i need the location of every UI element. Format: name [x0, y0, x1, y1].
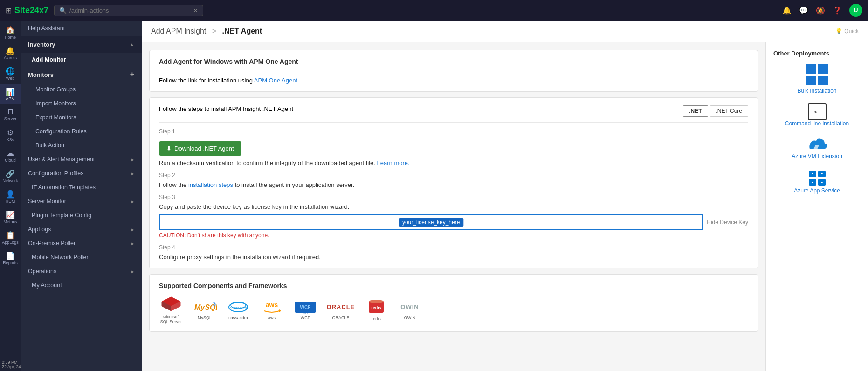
svg-rect-23	[821, 173, 823, 174]
sidebar-it-automation-templates[interactable]: IT Automation Templates	[21, 180, 142, 194]
nav-alarms[interactable]: 🔔 Alarms	[0, 43, 21, 63]
aws-svg-icon: aws	[260, 299, 284, 316]
sqlserver-svg-icon: Microsoft SQL Server	[160, 295, 182, 314]
sidebar-import-monitors[interactable]: Import Monitors	[21, 96, 142, 110]
terminal-icon: >_	[808, 103, 827, 120]
step4-text: Configure proxy settings in the installa…	[159, 254, 748, 261]
svg-rect-25	[821, 182, 823, 183]
bulk-installation-item[interactable]: Bulk Installation	[773, 64, 861, 94]
caution-text: CAUTION: Don't share this key with anyon…	[159, 232, 748, 239]
alert-icon[interactable]: 🔕	[816, 6, 825, 15]
sidebar-mobile-network-poller[interactable]: Mobile Network Poller	[21, 250, 142, 264]
sidebar-my-account[interactable]: My Account	[21, 278, 142, 292]
apm-icon: 📊	[6, 87, 15, 96]
nav-k8s[interactable]: ⚙ K8s	[0, 125, 21, 145]
alarms-icon: 🔔	[6, 46, 15, 55]
breadcrumb-current: .NET Agent	[222, 27, 262, 35]
nav-metrics[interactable]: 📈 Metrics	[0, 207, 21, 227]
sidebar-inventory-header[interactable]: Inventory ▲	[21, 36, 142, 53]
step4-label: Step 4	[159, 244, 748, 251]
avatar[interactable]: U	[849, 4, 862, 17]
main-header: Add APM Insight > .NET Agent 💡 Quick	[142, 21, 868, 42]
section1-description: Follow the link for installation using A…	[159, 77, 748, 84]
command-line-item[interactable]: >_ Command line installation	[773, 103, 861, 127]
azure-app-service-icon	[807, 169, 827, 187]
step2-label: Step 2	[159, 172, 748, 179]
applogs-icon: 📋	[6, 231, 15, 240]
sidebar-add-monitor[interactable]: Add Monitor	[21, 53, 142, 67]
home-icon: 🏠	[6, 26, 15, 34]
nav-network[interactable]: 🔗 Network	[0, 166, 21, 186]
bulb-icon: 💡	[835, 28, 842, 34]
sidebar-bulk-action[interactable]: Bulk Action	[21, 138, 142, 152]
svg-text:redis: redis	[371, 305, 381, 310]
hide-device-key-button[interactable]: Hide Device Key	[707, 219, 748, 226]
metrics-icon: 📈	[6, 210, 15, 219]
wcf-svg-icon: WCF NET	[293, 299, 317, 316]
sidebar: Help Assistant Inventory ▲ Add Monitor M…	[21, 21, 142, 371]
sidebar-user-alert-management[interactable]: User & Alert Management ▶	[21, 152, 142, 166]
svg-rect-22	[812, 173, 813, 174]
sidebar-monitors[interactable]: Monitors +	[21, 67, 142, 82]
help-icon[interactable]: ❓	[833, 6, 842, 15]
section1-title: Add Agent for Windows with APM One Agent	[159, 58, 748, 65]
license-input-wrap: your_license_key_here	[159, 214, 703, 230]
learn-more-link[interactable]: Learn more.	[377, 159, 410, 166]
svg-text:OWIN: OWIN	[400, 303, 419, 310]
svg-marker-9	[279, 309, 281, 312]
nav-web[interactable]: 🌐 Web	[0, 63, 21, 84]
nav-cloud[interactable]: ☁ Cloud	[0, 145, 21, 166]
azure-app-service-label[interactable]: Azure App Service	[794, 187, 840, 194]
logo-mysql: MySQL MySQL	[193, 299, 217, 320]
bell-icon[interactable]: 🔔	[782, 6, 792, 15]
redis-svg-icon: redis	[364, 298, 388, 316]
sidebar-plugin-template-config[interactable]: Plugin Template Config	[21, 208, 142, 222]
monitors-plus-icon[interactable]: +	[130, 70, 134, 79]
sidebar-on-premise-poller[interactable]: On-Premise Poller ▶	[21, 236, 142, 250]
breadcrumb-parent[interactable]: Add APM Insight	[151, 27, 206, 35]
azure-vm-label[interactable]: Azure VM Extension	[792, 153, 842, 159]
installation-steps-link[interactable]: installation steps	[188, 181, 233, 188]
quick-link[interactable]: 💡 Quick	[835, 28, 859, 34]
apm-one-agent-link[interactable]: APM One Agent	[254, 77, 297, 84]
search-input[interactable]: /admin-actions	[69, 7, 190, 14]
topbar-icons: 🔔 💬 🔕 ❓ U	[782, 4, 862, 17]
azure-app-item[interactable]: Azure App Service	[773, 169, 861, 194]
tab-net-core[interactable]: .NET Core	[710, 105, 748, 117]
download-net-agent-button[interactable]: ⬇ Download .NET Agent	[159, 141, 241, 156]
nav-home[interactable]: 🏠 Home	[0, 22, 21, 43]
cloud-icon: ☁	[7, 149, 14, 158]
section2-title: Follow the steps to install APM Insight …	[159, 105, 293, 112]
user-alert-chevron-icon: ▶	[131, 157, 134, 162]
sidebar-monitor-groups[interactable]: Monitor Groups	[21, 82, 142, 96]
sidebar-export-monitors[interactable]: Export Monitors	[21, 110, 142, 124]
topbar: ⊞ Site24x7 🔍 /admin-actions ✕ 🔔 💬 🔕 ❓ U	[0, 0, 868, 21]
license-key-input[interactable]	[159, 214, 703, 230]
nav-reports[interactable]: 📄 Reports	[0, 248, 21, 268]
time-display: 2:39 PM 22 Apr, 24	[2, 360, 21, 369]
nav-rum[interactable]: 👤 RUM	[0, 186, 21, 207]
nav-server[interactable]: 🖥 Server	[0, 104, 21, 125]
search-bar[interactable]: 🔍 /admin-actions ✕	[54, 5, 203, 16]
azure-vm-item[interactable]: Azure VM Extension	[773, 136, 861, 159]
chat-icon[interactable]: 💬	[799, 6, 808, 15]
right-panel: Other Deployments Bulk Installation >_ C…	[765, 42, 868, 371]
bulk-installation-label[interactable]: Bulk Installation	[797, 88, 836, 94]
sidebar-operations[interactable]: Operations ▶	[21, 264, 142, 278]
sidebar-help-assistant[interactable]: Help Assistant	[21, 21, 142, 36]
sidebar-configuration-rules[interactable]: Configuration Rules	[21, 124, 142, 138]
command-line-label[interactable]: Command line installation	[785, 120, 849, 127]
nav-apm[interactable]: 📊 APM	[0, 84, 21, 104]
left-nav: 🏠 Home 🔔 Alarms 🌐 Web 📊 APM 🖥 Server ⚙ K…	[0, 21, 21, 371]
logo-sqlserver: Microsoft SQL Server MicrosoftSQL Server	[159, 295, 183, 324]
apm-one-agent-section: Add Agent for Windows with APM One Agent…	[149, 50, 758, 92]
sidebar-server-monitor[interactable]: Server Monitor ▶	[21, 194, 142, 208]
sidebar-configuration-profiles[interactable]: Configuration Profiles ▶	[21, 166, 142, 180]
sidebar-applogs[interactable]: AppLogs ▶	[21, 222, 142, 236]
config-profiles-chevron-icon: ▶	[131, 171, 134, 176]
tab-net[interactable]: .NET	[683, 105, 708, 117]
clear-search-icon[interactable]: ✕	[193, 7, 198, 14]
grid-icon[interactable]: ⊞	[6, 6, 12, 15]
logo-cassandra: cassandra cassandra	[226, 299, 250, 320]
nav-applogs[interactable]: 📋 AppLogs	[0, 227, 21, 248]
